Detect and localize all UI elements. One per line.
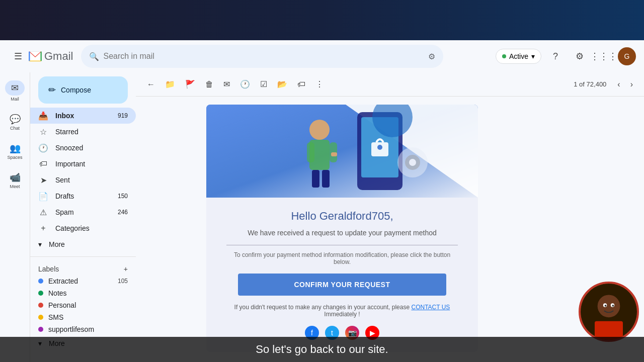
chat-icon: 💬: [10, 114, 21, 125]
user-avatar[interactable]: G: [618, 47, 636, 65]
svg-rect-13: [322, 170, 330, 188]
compose-button[interactable]: ✏ Compose: [38, 76, 128, 104]
settings-icon[interactable]: ⚙: [570, 46, 590, 66]
apps-icon[interactable]: ⋮⋮⋮: [594, 46, 614, 66]
sms-label: SMS: [48, 313, 63, 321]
contact-suffix: Immediately !: [324, 311, 360, 318]
email-body-content: Hello Geraldford705, We have received a …: [206, 198, 478, 352]
email-body: Hello Geraldford705, We have received a …: [136, 97, 644, 362]
left-icon-nav: ✉ Mail 💬 Chat 👥 Spaces 📹 Meet: [0, 72, 30, 362]
folder-button[interactable]: 📂: [274, 76, 290, 92]
subtitle-text: So let's go back to our site.: [256, 343, 388, 356]
svg-point-24: [612, 305, 614, 307]
mail-label: Mail: [11, 97, 19, 102]
right-panel: [574, 97, 644, 362]
extracted-dot: [38, 279, 43, 284]
gmail-logo: Gmail: [28, 49, 73, 63]
snooze-button[interactable]: 🕐: [237, 76, 253, 92]
top-right-icons: Active ▾ ? ⚙ ⋮⋮⋮ G: [496, 46, 636, 66]
next-button[interactable]: ›: [627, 77, 636, 92]
nav-important[interactable]: 🏷 Important: [30, 156, 136, 172]
extracted-count: 105: [118, 278, 128, 285]
nav-inbox[interactable]: 📥 Inbox 919: [30, 108, 136, 124]
label-notes[interactable]: Notes: [38, 287, 128, 299]
divider: [30, 256, 136, 257]
email-hero: [206, 105, 478, 198]
nav-categories[interactable]: + Categories: [30, 220, 136, 236]
nav-mail[interactable]: ✉ Mail: [0, 76, 30, 106]
confirm-request-button[interactable]: CONFIRM YOUR REQUEST: [238, 274, 446, 296]
more-options-button[interactable]: ⋮: [312, 76, 327, 92]
important-icon: 🏷: [38, 159, 48, 168]
nav-more-1[interactable]: ▾ More: [30, 236, 136, 252]
supportlifesom-label: supportlifesom: [48, 325, 94, 333]
filter-icon[interactable]: ⚙: [428, 52, 435, 61]
meet-icon: 📹: [10, 172, 21, 183]
greeting-text: Hello Geraldford705,: [226, 210, 458, 223]
nav-meet[interactable]: 📹 Meet: [0, 168, 30, 193]
report-button[interactable]: 🚩: [182, 76, 198, 92]
search-input[interactable]: [103, 52, 428, 61]
snooze-icon: 🕐: [38, 143, 48, 153]
search-bar[interactable]: 🔍 ⚙: [81, 45, 443, 68]
drafts-icon: 📄: [38, 192, 48, 201]
email-card: Hello Geraldford705, We have received a …: [206, 105, 478, 352]
labels-header: Labels +: [38, 265, 128, 273]
content-divider: [226, 245, 458, 245]
active-label: Active: [509, 52, 528, 60]
prev-button[interactable]: ‹: [614, 77, 623, 92]
important-label: Important: [55, 160, 85, 168]
nav-spaces[interactable]: 👥 Spaces: [0, 139, 30, 164]
label-extracted[interactable]: Extracted 105: [38, 275, 128, 287]
email-left-margin: [136, 97, 206, 362]
notes-label: Notes: [48, 289, 67, 297]
sms-dot: [38, 315, 43, 320]
spaces-label: Spaces: [7, 155, 22, 160]
video-avatar: [579, 282, 639, 342]
main-layout: ✉ Mail 💬 Chat 👥 Spaces 📹 Meet ✏ Compose …: [0, 72, 644, 362]
svg-point-19: [598, 295, 620, 317]
email-content: Hello Geraldford705, We have received a …: [206, 97, 574, 362]
contact-link[interactable]: CONTACT US: [411, 304, 450, 311]
chevron-down-icon: ▾: [531, 52, 535, 60]
nav-drafts[interactable]: 📄 Drafts 150: [30, 188, 136, 204]
mail-icon: ✉: [11, 82, 19, 94]
inbox-icon: 📥: [38, 111, 48, 121]
help-icon[interactable]: ?: [545, 46, 566, 66]
svg-point-6: [377, 145, 382, 150]
svg-rect-12: [312, 170, 319, 188]
sent-label: Sent: [55, 176, 70, 184]
nav-chat[interactable]: 💬 Chat: [0, 110, 30, 135]
svg-point-17: [409, 159, 416, 166]
mail-move-button[interactable]: ✉: [220, 76, 233, 92]
archive-button[interactable]: 📁: [162, 76, 178, 92]
pagination-info: 1 of 72,400: [574, 80, 606, 88]
contact-prefix: If you didn't request to make any change…: [234, 304, 410, 311]
more-label-1: More: [49, 240, 65, 248]
meet-label: Meet: [10, 184, 20, 189]
email-main: ← 📁 🚩 🗑 ✉ 🕐 ☑ 📂 🏷 ⋮ 1 of 72,400 ‹ ›: [136, 72, 644, 362]
label-button[interactable]: 🏷: [294, 77, 308, 92]
delete-button[interactable]: 🗑: [202, 77, 216, 92]
nav-sent[interactable]: ➤ Sent: [30, 172, 136, 188]
spam-badge: 246: [118, 209, 128, 216]
label-supportlifesom[interactable]: supportlifesom: [38, 323, 128, 335]
back-button[interactable]: ←: [144, 77, 158, 92]
search-icon: 🔍: [89, 52, 99, 61]
spam-icon: ⚠: [38, 208, 48, 217]
notes-dot: [38, 291, 43, 296]
label-sms[interactable]: SMS: [38, 311, 128, 323]
label-personal[interactable]: Personal: [38, 299, 128, 311]
task-button[interactable]: ☑: [257, 76, 270, 92]
nav-spam[interactable]: ⚠ Spam 246: [30, 204, 136, 220]
hamburger-menu[interactable]: ☰: [8, 46, 28, 66]
add-label-icon[interactable]: +: [124, 265, 128, 273]
active-status[interactable]: Active ▾: [496, 49, 541, 64]
nav-snoozed[interactable]: 🕐 Snoozed: [30, 140, 136, 156]
nav-starred[interactable]: ☆ Starred: [30, 124, 136, 140]
pencil-icon: ✏: [48, 84, 56, 96]
chat-label: Chat: [10, 126, 20, 131]
svg-rect-14: [331, 152, 337, 156]
subtitle-bar: So let's go back to our site.: [0, 337, 644, 362]
star-icon: ☆: [38, 127, 48, 137]
